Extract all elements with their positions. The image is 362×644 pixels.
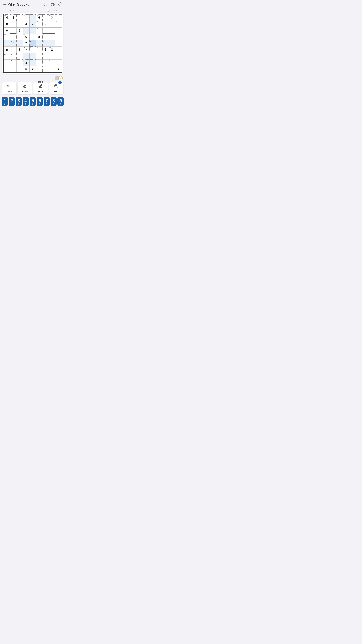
cell[interactable]: 176 <box>42 21 49 27</box>
cell[interactable] <box>36 60 42 66</box>
cell[interactable]: 13 <box>55 21 62 27</box>
cell[interactable] <box>55 40 62 46</box>
cell[interactable] <box>49 40 55 46</box>
cell[interactable] <box>10 27 16 34</box>
cell[interactable] <box>16 21 23 27</box>
cell[interactable]: 19 <box>42 34 49 40</box>
num-button-2[interactable]: 24 <box>9 97 15 106</box>
cell[interactable] <box>16 40 23 46</box>
cell[interactable] <box>4 60 10 66</box>
cell[interactable]: 7 <box>42 53 49 60</box>
toggle-switch[interactable]: ⚡ <box>55 76 63 80</box>
cell[interactable] <box>49 21 55 27</box>
settings-icon[interactable] <box>58 2 63 7</box>
cell[interactable] <box>23 53 29 60</box>
cell[interactable] <box>55 60 62 66</box>
cell[interactable]: 226 <box>23 34 29 40</box>
cell[interactable] <box>29 60 36 66</box>
cell[interactable]: 16 <box>36 46 42 53</box>
undo-button[interactable]: Undo <box>2 82 16 94</box>
cell[interactable]: 16 <box>16 66 23 72</box>
cell[interactable]: 11 <box>10 53 16 60</box>
cell[interactable]: 9 <box>23 27 29 34</box>
cell[interactable]: 4 <box>29 40 36 46</box>
cell[interactable] <box>42 60 49 66</box>
cell[interactable] <box>16 34 23 40</box>
cell[interactable]: 11 <box>36 27 42 34</box>
cell[interactable] <box>36 53 42 60</box>
cell[interactable]: 5 <box>10 34 16 40</box>
cell[interactable]: 10 <box>42 40 49 46</box>
cell[interactable] <box>29 34 36 40</box>
cell[interactable] <box>55 14 62 21</box>
cell[interactable]: 319 <box>4 21 10 27</box>
cell[interactable]: 2 <box>29 66 36 72</box>
cell[interactable]: 13 <box>4 34 10 40</box>
cell[interactable]: 117 <box>23 46 29 53</box>
num-button-8[interactable]: 86 <box>51 97 57 106</box>
pause-icon[interactable] <box>43 2 48 7</box>
cell[interactable]: 28 <box>10 60 16 66</box>
cell[interactable] <box>29 27 36 34</box>
cell[interactable] <box>49 27 55 34</box>
cell[interactable]: 20 <box>23 14 29 21</box>
cell[interactable]: 6 <box>23 66 29 72</box>
cell[interactable]: 6 <box>49 60 55 66</box>
sudoku-grid[interactable]: 1942201564331932131761363911135226819106… <box>3 14 62 73</box>
cell[interactable]: 13 <box>36 21 42 27</box>
cell[interactable] <box>29 53 36 60</box>
cell[interactable]: 106 <box>10 40 16 46</box>
num-button-1[interactable]: 18 <box>2 97 8 106</box>
num-button-9[interactable]: 98 <box>57 97 64 106</box>
cell[interactable]: 5 <box>4 46 10 53</box>
cell[interactable]: 8 <box>16 46 23 53</box>
palette-icon[interactable] <box>51 2 55 7</box>
cell[interactable]: 6 <box>4 27 10 34</box>
cell[interactable]: 13 <box>4 53 10 60</box>
cell[interactable]: 2 <box>23 40 29 46</box>
cell[interactable]: 2 <box>29 21 36 27</box>
cell[interactable] <box>49 34 55 40</box>
num-button-6[interactable]: 63 <box>36 97 43 106</box>
cell[interactable]: 152 <box>49 46 55 53</box>
cell[interactable] <box>49 66 55 72</box>
cell[interactable] <box>4 40 10 46</box>
cell[interactable]: 88 <box>23 60 29 66</box>
cell[interactable]: 194 <box>4 14 10 21</box>
cell[interactable]: 8 <box>36 34 42 40</box>
notes-button[interactable]: Off Notes <box>33 82 48 94</box>
num-button-5[interactable]: 58 <box>30 97 36 106</box>
cell[interactable]: 43 <box>49 14 55 21</box>
cell[interactable]: 8 <box>36 66 42 72</box>
cell[interactable] <box>55 34 62 40</box>
cell[interactable] <box>10 21 16 27</box>
cell[interactable] <box>55 27 62 34</box>
cell[interactable] <box>42 14 49 21</box>
cell[interactable] <box>42 66 49 72</box>
num-button-3[interactable]: 36 <box>15 97 22 106</box>
cell[interactable] <box>55 53 62 60</box>
cell[interactable] <box>29 14 36 21</box>
back-button[interactable]: ← <box>3 2 6 6</box>
cell[interactable]: 3 <box>16 27 23 34</box>
erase-button[interactable]: Erase <box>18 82 32 94</box>
cell[interactable]: 3 <box>23 21 29 27</box>
cell[interactable]: 1 <box>42 46 49 53</box>
hint-button[interactable]: 1 Hint <box>49 82 63 94</box>
cell[interactable] <box>10 66 16 72</box>
cell[interactable] <box>4 66 10 72</box>
num-button-4[interactable]: 47 <box>23 97 29 106</box>
cell[interactable]: 17 <box>10 46 16 53</box>
cell[interactable]: 4 <box>55 66 62 72</box>
cell[interactable] <box>42 27 49 34</box>
cell[interactable]: 14 <box>29 46 36 53</box>
cell[interactable] <box>49 53 55 60</box>
cell[interactable] <box>36 40 42 46</box>
num-button-7[interactable]: 78 <box>43 97 50 106</box>
cell[interactable]: 2 <box>10 14 16 21</box>
cell[interactable] <box>55 46 62 53</box>
cell[interactable]: 156 <box>36 14 42 21</box>
cell[interactable] <box>16 60 23 66</box>
cell[interactable] <box>16 14 23 21</box>
cell[interactable] <box>16 53 23 60</box>
